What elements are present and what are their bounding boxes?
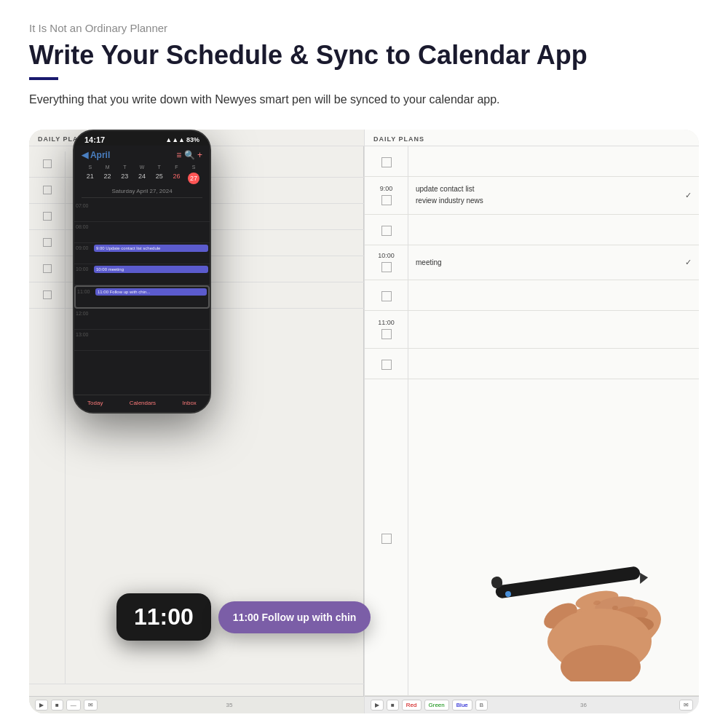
cal-month: ◀ April [82,150,110,160]
phone-status-bar: 14:17 ▲▲▲ 83% [74,131,210,146]
phone-mockup: 14:17 ▲▲▲ 83% ◀ April ≡ 🔍 + SMTWTFS [73,130,211,414]
phone-time: 14:17 [84,135,105,144]
ctrl-minus[interactable]: — [66,700,81,711]
nb-row-3 [365,215,699,245]
right-page-header: DAILY PLANS [365,130,699,146]
right-panel: DAILY PLANS 9:00 [364,130,699,713]
subtitle: It Is Not an Ordinary Planner [29,22,699,34]
nb-row-5 [365,280,699,311]
left-controls: ▶ ■ — ✉ 35 [29,696,364,713]
notebook-wrapper: DAILY PLANS 9:00 [365,130,699,713]
event-text-900: update contact listreview industry news [416,183,483,207]
cal-days-header: SMTWTFS [82,165,202,170]
time-row-1000: 10:00 10:00 meeting [74,264,210,285]
event-1000: 10:00 meeting [94,266,208,273]
ctrl-play-r[interactable]: ▶ [371,700,384,711]
visual-area: DAILY PLANS [29,130,699,713]
ctrl-mail-r[interactable]: ✉ [679,700,693,711]
accent-bar [29,77,58,80]
ctrl-stop[interactable]: ■ [51,700,63,711]
right-controls: ▶ ■ Red Green Blue B 36 ✉ [365,696,699,713]
notebook-rows: 9:00 update contact listreview industry … [365,146,699,696]
time-popup: 11:00 11:00 Follow up with chin [116,593,371,641]
nb-row-1000: 10:00 meeting ✓ [365,245,699,280]
ctrl-green[interactable]: Green [424,700,449,711]
time-row-1100: 11:00 11:00 Follow up with chin... [74,285,210,309]
description: Everything that you write down with Newy… [29,90,524,109]
main-title: Write Your Schedule & Sync to Calendar A… [29,40,699,70]
event-text-1000: meeting [416,257,442,268]
time-row-800: 08:00 [74,222,210,243]
phone-bottom-nav: Today Calendars Inbox [74,395,210,412]
event-1100: 11:00 Follow up with chin... [95,288,207,296]
time-label-900: 9:00 [380,185,393,192]
nb-row-1 [365,146,699,177]
ctrl-mail[interactable]: ✉ [84,700,98,711]
event-bubble: 11:00 Follow up with chin [218,601,371,633]
phone-icons: ▲▲▲ 83% [165,136,199,143]
time-bubble: 11:00 [116,593,211,641]
cal-days: 21 22 23 24 25 26 27 [82,171,202,186]
nav-calendars[interactable]: Calendars [130,400,156,406]
ctrl-stop-r[interactable]: ■ [387,700,399,711]
time-row-900: 09:00 9:00 Update contact list schedule [74,243,210,264]
nb-row-7 [365,349,699,379]
nav-inbox[interactable]: Inbox [182,400,197,406]
page-container: It Is Not an Ordinary Planner Write Your… [0,0,728,728]
ctrl-blue[interactable]: Blue [452,700,472,711]
nb-row-900: 9:00 update contact listreview industry … [365,177,699,215]
ctrl-red[interactable]: Red [402,700,422,711]
left-page-num: 35 [100,702,358,708]
ctrl-b[interactable]: B [475,700,488,711]
ctrl-play[interactable]: ▶ [35,700,48,711]
nav-today[interactable]: Today [87,400,103,406]
time-label-1100: 11:00 [378,319,395,326]
cal-time-grid: 07:00 08:00 09:00 9:00 Update contact li… [74,201,210,395]
time-row-1300: 13:00 [74,330,210,351]
notebook-page: DAILY PLANS 9:00 [365,130,699,713]
nb-row-1100: 11:00 [365,311,699,349]
time-row-1200: 12:00 [74,309,210,330]
time-label-1000: 10:00 [378,252,395,259]
event-900: 9:00 Update contact list schedule [94,245,208,252]
right-page-num: 36 [491,702,676,708]
time-row-700: 07:00 [74,201,210,222]
nb-row-8 [365,379,699,696]
cal-nav-icons[interactable]: ≡ 🔍 + [176,150,202,160]
cal-date-label: Saturday April 27, 2024 [82,186,202,198]
calendar-header: ◀ April ≡ 🔍 + SMTWTFS 21 22 23 24 25 [74,146,210,201]
